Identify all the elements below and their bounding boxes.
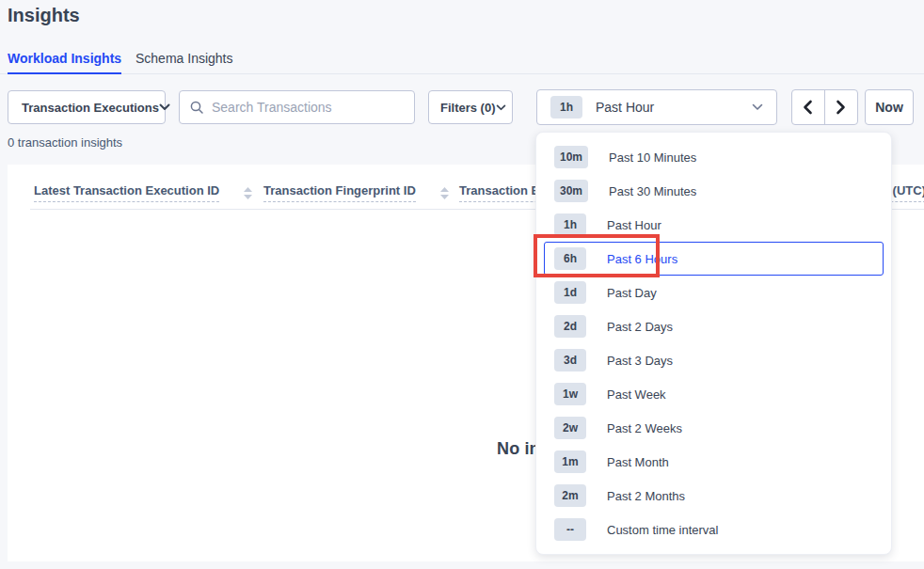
now-label: Now: [875, 100, 903, 115]
time-option-badge: 6h: [554, 247, 586, 270]
time-option-1h[interactable]: 1hPast Hour: [544, 208, 884, 242]
time-option-badge: 30m: [554, 180, 588, 202]
search-icon: [189, 100, 204, 115]
time-option-label: Past 2 Months: [607, 489, 685, 503]
time-interval-select[interactable]: 1h Past Hour: [536, 89, 777, 125]
time-option-label: Past Month: [607, 455, 669, 469]
time-option-label: Past 6 Hours: [607, 252, 677, 266]
time-option-3d[interactable]: 3dPast 3 Days: [544, 343, 884, 377]
time-option-1w[interactable]: 1wPast Week: [544, 377, 884, 411]
time-option-badge: 3d: [554, 349, 586, 371]
sort-icon[interactable]: [440, 187, 449, 199]
filters-button[interactable]: Filters (0): [428, 90, 513, 124]
time-interval-badge: 1h: [550, 96, 582, 119]
time-nav-buttons: [791, 89, 858, 125]
time-option-label: Past 30 Minutes: [609, 184, 696, 198]
insights-count: 0 transaction insights: [8, 135, 122, 150]
previous-interval-button[interactable]: [792, 90, 825, 124]
time-option-label: Past 3 Days: [607, 354, 673, 368]
time-option-label: Past 2 Weeks: [607, 421, 682, 435]
time-option-badge: 2w: [554, 417, 586, 439]
search-input[interactable]: [212, 100, 405, 115]
chevron-left-icon: [803, 100, 813, 115]
time-option-label: Past 2 Days: [607, 320, 673, 334]
tab-schema-insights[interactable]: Schema Insights: [135, 45, 233, 74]
time-option-30m[interactable]: 30mPast 30 Minutes: [544, 174, 884, 208]
time-option-2m[interactable]: 2mPast 2 Months: [544, 479, 884, 513]
tab-bar: Workload Insights Schema Insights: [0, 42, 924, 74]
time-option-10m[interactable]: 10mPast 10 Minutes: [544, 140, 884, 174]
page-title: Insights: [8, 5, 80, 26]
time-option-label: Past 10 Minutes: [609, 150, 696, 165]
time-option-badge: 2m: [554, 484, 586, 507]
column-header[interactable]: Latest Transaction Execution ID: [34, 183, 252, 202]
time-option-badge: 2d: [554, 315, 586, 338]
time-option-custom[interactable]: --Custom time interval: [544, 513, 884, 546]
time-interval-label: Past Hour: [596, 100, 752, 115]
chevron-right-icon: [836, 100, 846, 115]
time-option-badge: --: [554, 518, 586, 541]
chevron-down-icon: [752, 103, 763, 111]
time-option-label: Past Hour: [607, 218, 661, 232]
chevron-down-icon: [496, 104, 506, 111]
column-header[interactable]: Transaction Fingerprint ID: [263, 183, 449, 202]
time-option-badge: 10m: [554, 146, 588, 168]
time-option-1d[interactable]: 1dPast Day: [544, 276, 884, 309]
time-option-badge: 1m: [554, 450, 586, 473]
search-box: [179, 90, 415, 124]
time-option-label: Custom time interval: [607, 523, 718, 537]
time-option-2w[interactable]: 2wPast 2 Weeks: [544, 411, 884, 445]
time-option-label: Past Day: [607, 286, 657, 300]
filters-label: Filters (0): [440, 101, 496, 115]
time-option-2d[interactable]: 2dPast 2 Days: [544, 309, 884, 343]
column-header-label: Latest Transaction Execution ID: [34, 183, 219, 202]
now-button[interactable]: Now: [865, 89, 914, 125]
time-option-6h[interactable]: 6hPast 6 Hours: [544, 242, 884, 276]
sort-icon[interactable]: [244, 187, 252, 199]
chevron-down-icon: [159, 103, 170, 111]
next-interval-button[interactable]: [825, 90, 858, 124]
entity-type-label: Transaction Executions: [22, 101, 159, 115]
time-option-label: Past Week: [607, 387, 666, 402]
time-option-badge: 1w: [554, 383, 586, 405]
tab-workload-insights[interactable]: Workload Insights: [8, 45, 121, 74]
time-interval-menu: 10mPast 10 Minutes30mPast 30 Minutes1hPa…: [535, 132, 892, 555]
time-option-1m[interactable]: 1mPast Month: [544, 445, 884, 479]
column-header-label: Transaction Fingerprint ID: [263, 183, 416, 202]
time-option-badge: 1d: [554, 281, 586, 304]
time-option-badge: 1h: [554, 213, 586, 236]
entity-type-select[interactable]: Transaction Executions: [8, 90, 166, 124]
